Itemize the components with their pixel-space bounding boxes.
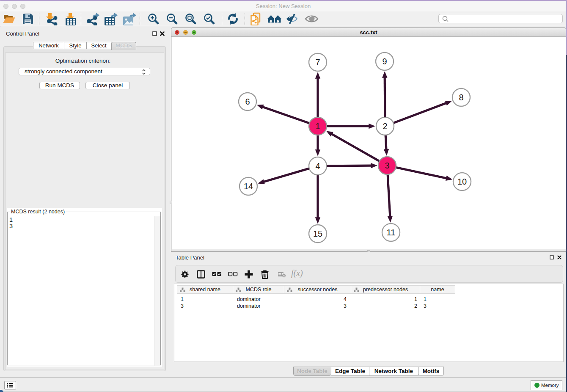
svg-text:11: 11 (387, 228, 396, 237)
svg-text:6: 6 (245, 97, 250, 106)
svg-text:2: 2 (383, 121, 387, 131)
svg-text:4: 4 (315, 161, 320, 171)
svg-text:7: 7 (315, 58, 320, 67)
svg-text:1: 1 (315, 121, 320, 131)
svg-text:14: 14 (244, 182, 253, 191)
svg-text:8: 8 (459, 93, 463, 102)
svg-text:9: 9 (382, 57, 387, 66)
svg-text:10: 10 (457, 177, 467, 186)
svg-text:3: 3 (385, 161, 389, 170)
svg-text:15: 15 (313, 229, 322, 238)
